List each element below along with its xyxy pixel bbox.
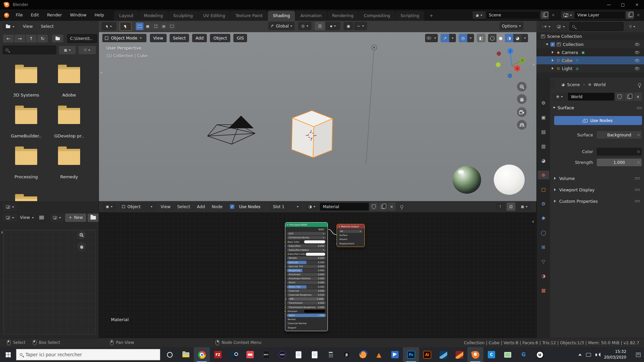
outliner-filter-id-dropdown[interactable] bbox=[554, 22, 567, 31]
scene-name-field[interactable]: Scene bbox=[486, 11, 540, 19]
node-row[interactable]: Specular Tint 0.000 bbox=[287, 265, 326, 268]
workspace-tab[interactable]: Rendering bbox=[327, 11, 359, 21]
app-affinity-publisher[interactable] bbox=[451, 347, 467, 362]
node-row[interactable]: Volume bbox=[339, 238, 363, 241]
app-steam[interactable] bbox=[226, 347, 242, 362]
disclosure-icon[interactable] bbox=[552, 59, 555, 62]
copy-datablock-button[interactable] bbox=[625, 93, 633, 101]
node-row[interactable]: Surface bbox=[339, 234, 363, 237]
pin-icon[interactable] bbox=[638, 83, 641, 86]
shader-menu[interactable]: Node bbox=[208, 201, 226, 213]
node-row[interactable]: Clearcoat Roughness 0.030 bbox=[287, 293, 326, 297]
world-name-field[interactable]: World bbox=[568, 93, 614, 101]
strength-field[interactable]: 1.000 bbox=[596, 158, 642, 167]
select-mode-intersect-button[interactable] bbox=[168, 22, 176, 30]
tab-tool[interactable]: ⚙ bbox=[538, 99, 549, 107]
shader-menu[interactable]: Add bbox=[193, 201, 208, 213]
workspace-tab[interactable]: Animation bbox=[295, 11, 327, 21]
tab-object-data[interactable]: ▽ bbox=[538, 257, 549, 266]
zoom-button[interactable] bbox=[517, 82, 527, 92]
cube-object[interactable] bbox=[292, 111, 333, 158]
shader-menu[interactable]: Select bbox=[174, 201, 194, 213]
workspace-tab[interactable]: + bbox=[424, 11, 438, 21]
scene-unlink-button[interactable]: × bbox=[549, 11, 557, 19]
proportional-editing-toggle[interactable]: ◉ bbox=[344, 22, 353, 30]
forward-button[interactable]: → bbox=[14, 34, 25, 43]
outliner-search-input[interactable] bbox=[569, 22, 624, 31]
parent-node-tree-button[interactable]: ↑ bbox=[496, 202, 505, 211]
material-output-node[interactable]: Material Output All Surface Volume Displ… bbox=[337, 224, 365, 247]
menu-item[interactable]: File bbox=[12, 9, 27, 21]
world-color-swatch[interactable] bbox=[596, 147, 642, 156]
minimize-button[interactable]: — bbox=[602, 0, 616, 9]
node-row[interactable]: Subsurface Color bbox=[287, 252, 326, 256]
app-clip-studio[interactable]: C bbox=[483, 347, 500, 362]
app-g[interactable]: G bbox=[516, 347, 532, 362]
material-pin-icon[interactable] bbox=[400, 205, 403, 208]
bsdf-output-socket[interactable] bbox=[327, 229, 329, 231]
node-row[interactable]: Tangent bbox=[287, 326, 326, 329]
node-row[interactable]: Transmission 0.000 bbox=[287, 301, 326, 305]
blender-menu-icon[interactable] bbox=[4, 13, 9, 18]
world-browse-button[interactable]: ⊕ bbox=[552, 93, 567, 101]
unlink-world-button[interactable]: × bbox=[634, 93, 642, 101]
taskbar-clock[interactable]: 15:32 20/03/2020 bbox=[604, 349, 626, 360]
node-row[interactable]: Sheen Tint 0.500 bbox=[287, 285, 326, 289]
app-scan[interactable] bbox=[387, 347, 403, 362]
workspace-tab[interactable]: Scripting bbox=[396, 11, 424, 21]
use-nodes-checkbox[interactable]: ✓ Use Nodes bbox=[230, 204, 260, 209]
node-row[interactable]: Christensen-Burley bbox=[287, 236, 326, 239]
tab-object[interactable]: □ bbox=[538, 185, 549, 194]
file-filter-dropdown[interactable]: ▽ bbox=[78, 46, 96, 54]
file-search-input[interactable] bbox=[3, 46, 56, 54]
animate-dot-icon[interactable] bbox=[637, 150, 640, 153]
close-button[interactable]: × bbox=[630, 0, 644, 9]
app-affinity-designer[interactable] bbox=[435, 347, 451, 362]
outliner-row-light[interactable]: ⊙ Light ◎ bbox=[536, 64, 644, 72]
node-row[interactable]: Displacement bbox=[339, 242, 363, 245]
workspace-tab[interactable]: Layout bbox=[114, 11, 138, 21]
color-swatch[interactable] bbox=[306, 253, 325, 256]
tab-render[interactable]: ▣ bbox=[538, 113, 549, 122]
proportional-falloff-dropdown[interactable]: ~ bbox=[354, 22, 367, 30]
node-socket[interactable] bbox=[336, 239, 338, 240]
node-header[interactable]: Material Output bbox=[337, 224, 364, 229]
workspace-tab[interactable]: Shading bbox=[268, 11, 295, 21]
select-mode-invert-button[interactable] bbox=[160, 22, 168, 30]
node-row[interactable]: Specular 0.500 bbox=[287, 261, 326, 264]
app-vlc[interactable]: ▲ bbox=[371, 347, 387, 362]
editor-type-shader-button[interactable]: ◉ bbox=[102, 202, 116, 211]
collection-checkbox[interactable]: ✓ bbox=[550, 42, 555, 47]
node-socket[interactable] bbox=[284, 319, 286, 320]
light-data-icon[interactable]: ◎ bbox=[576, 67, 579, 70]
mesh-data-icon[interactable]: ▽ bbox=[576, 59, 579, 62]
material-browse-button[interactable]: ◑ bbox=[305, 202, 319, 211]
image-view-menu[interactable]: View bbox=[17, 213, 33, 222]
view-layer-name-field[interactable]: View Layer bbox=[574, 11, 625, 19]
folder-item[interactable]: 3D Systems bbox=[5, 62, 48, 103]
tablet-mode-icon[interactable] bbox=[586, 353, 591, 357]
image-zoom-button[interactable] bbox=[77, 231, 86, 239]
snap-settings-dropdown[interactable]: ▪ bbox=[326, 22, 340, 30]
app-calculator[interactable] bbox=[323, 347, 339, 362]
orthographic-grid-button[interactable] bbox=[517, 120, 527, 130]
app-text-editor[interactable] bbox=[306, 347, 323, 362]
tab-texture[interactable]: ▦ bbox=[538, 286, 549, 295]
disclosure-icon[interactable] bbox=[552, 67, 555, 70]
hide-eye-icon[interactable] bbox=[635, 59, 639, 62]
node-socket[interactable] bbox=[284, 310, 286, 312]
node-row[interactable]: Clearcoat Normal bbox=[287, 322, 326, 325]
taskbar-search-input[interactable]: Taper ici pour rechercher bbox=[16, 349, 160, 360]
notification-center-icon[interactable] bbox=[636, 353, 641, 357]
parent-dir-button[interactable]: ↑ bbox=[25, 34, 37, 43]
app-unreal[interactable]: u bbox=[532, 347, 548, 362]
tab-modifiers[interactable]: ⚙ bbox=[538, 199, 549, 208]
editor-type-image-button[interactable] bbox=[3, 203, 17, 211]
color-swatch[interactable] bbox=[304, 240, 325, 243]
view-layer-browse-button[interactable] bbox=[561, 11, 574, 19]
sidebar-expand-icon[interactable]: ‹ bbox=[532, 219, 534, 225]
path-field[interactable]: C:\Users\t.. bbox=[67, 34, 97, 43]
transform-orientation-dropdown[interactable]: ↱Global bbox=[268, 22, 295, 30]
shader-type-dropdown[interactable]: Object bbox=[120, 202, 156, 211]
refresh-button[interactable]: ↻ bbox=[37, 34, 48, 43]
